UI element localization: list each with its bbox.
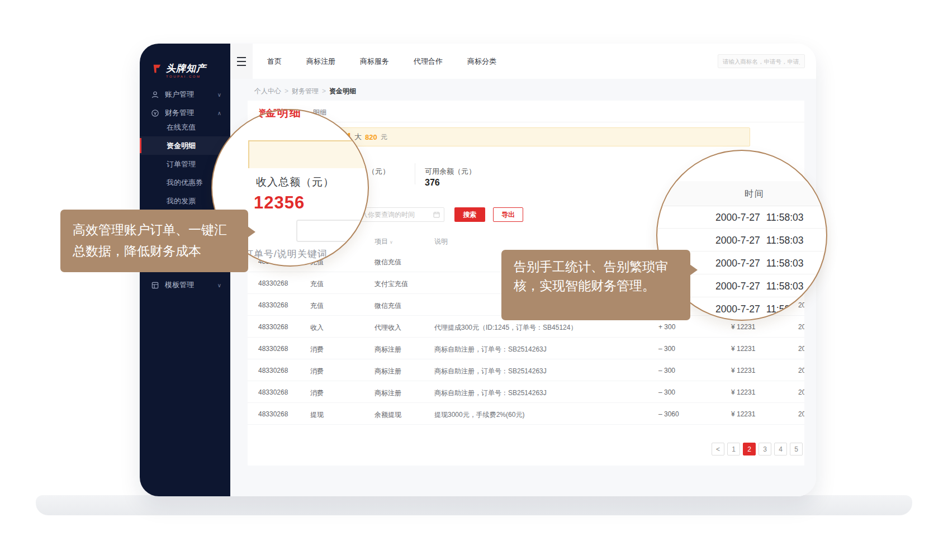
cell-type: 消费 (310, 388, 324, 398)
calendar-icon (433, 211, 440, 218)
callout-left: 高效管理账户订单、一键汇总数据，降低财务成本 (60, 210, 248, 272)
balance-value: 376 (425, 178, 440, 188)
cell-order: 48330268 (258, 323, 288, 331)
logo-title: 头牌知产 (166, 64, 206, 74)
cell-order: 48330268 (258, 410, 288, 418)
breadcrumb: 个人中心财务管理资金明细 (254, 87, 356, 96)
cell-project: 商标注册 (375, 388, 401, 398)
cell-amount: – 3060 (658, 410, 679, 418)
cell-amount: + 300 (658, 323, 675, 331)
callout-right-text: 告别手工统计、告别繁琐审核，实现智能财务管理。 (514, 259, 668, 293)
breadcrumb-item[interactable]: 财务管理 (292, 87, 326, 96)
pagination: < 12345 > (712, 443, 804, 455)
cell-amount: – 300 (658, 388, 675, 396)
logo: 头牌知产 TOUPAI.COM (152, 64, 206, 78)
cell-balance: ¥ 12231 (731, 367, 755, 374)
sidebar-item-label: 模板管理 (165, 280, 194, 290)
cell-order: 48330268 (258, 388, 288, 396)
cell-type: 充值 (310, 301, 324, 311)
page-list: 12345 (727, 443, 803, 455)
search-button[interactable]: 搜索 (454, 207, 485, 222)
banner-unit: 元 (381, 132, 387, 142)
logo-icon (152, 64, 162, 74)
top-nav: 首页商标注册商标服务代理合作商标分类 (267, 44, 496, 79)
prev-page-button[interactable]: < (712, 443, 724, 455)
cell-order: 48330268 (258, 279, 288, 287)
magnified-time-row: 2000-7-27 11:58:03 (657, 206, 826, 229)
cell-time: 2000-7-27 11:58:03 (798, 388, 804, 396)
table-row: 48330268 消费 商标注册 商标自助注册，订单号：SB2514263J –… (248, 338, 804, 359)
banner-mid: 大 (354, 132, 362, 142)
table-row: 48330268 消费 商标注册 商标自助注册，订单号：SB2514263J –… (248, 381, 804, 403)
sidebar-item-label: 财务管理 (165, 108, 194, 118)
cell-project: 微信充值 (375, 258, 401, 267)
breadcrumb-item[interactable]: 资金明细 (329, 87, 356, 96)
cell-type: 充值 (310, 279, 324, 289)
cell-type: 消费 (310, 345, 324, 354)
magnified-banner-fragment (248, 140, 369, 168)
sidebar-item-account[interactable]: 账户管理 ∨ (140, 84, 230, 105)
sidebar-subitem[interactable]: 在线充值 (140, 118, 230, 136)
cell-project: 商标注册 (375, 367, 401, 376)
cell-balance: ¥ 12231 (731, 345, 755, 353)
cell-desc: 商标自助注册，订单号：SB2514263J (434, 345, 547, 354)
cell-time: 2000-7-27 11:58:03 (798, 345, 804, 353)
page-button[interactable]: 1 (727, 443, 740, 455)
magnified-time-row: 2000-7-27 11:58:03 (657, 229, 826, 251)
nav-link[interactable]: 代理合作 (414, 56, 443, 67)
cell-desc: 代理提成300元（ID:1245，订单号：SB45124） (434, 323, 577, 333)
cell-balance: ¥ 12231 (731, 323, 755, 331)
page-button[interactable]: 4 (774, 443, 787, 455)
cell-time: 2000-7-27 11:58:03 (798, 301, 804, 309)
nav-link[interactable]: 商标分类 (467, 56, 496, 67)
menu-toggle-button[interactable] (230, 44, 253, 79)
nav-link[interactable]: 商标服务 (360, 56, 389, 67)
cell-project: 商标注册 (375, 345, 401, 354)
table-row: 48330268 提现 余额提现 提现3000元，手续费2%(60元) – 30… (248, 403, 804, 425)
user-icon (151, 91, 159, 99)
breadcrumb-item[interactable]: 个人中心 (254, 87, 288, 96)
export-button[interactable]: 导出 (493, 207, 523, 222)
col-desc: 说明 (434, 237, 448, 246)
callout-left-text: 高效管理账户订单、一键汇总数据，降低财务成本 (73, 222, 227, 258)
sidebar-subitem[interactable]: 资金明细 (140, 136, 230, 155)
hamburger-icon (237, 57, 246, 58)
page-button[interactable]: 2 (743, 443, 756, 455)
magnified-income-label: 收入总额（元） (256, 175, 334, 189)
col-project[interactable]: 项目∨ (375, 237, 393, 246)
trademark-search-input[interactable] (718, 54, 805, 68)
laptop-base (36, 495, 912, 515)
cell-desc: 提现3000元，手续费2%(60元) (434, 410, 524, 420)
cell-amount: – 300 (658, 345, 675, 353)
magnified-order-header: 订单号/说明关键词 (244, 248, 328, 260)
chevron-down-icon: ∨ (217, 92, 221, 98)
cell-project: 代理收入 (375, 323, 401, 333)
callout-right: 告别手工统计、告别繁琐审核，实现智能财务管理。 (501, 250, 690, 320)
expense-label: （元） (368, 167, 390, 177)
logo-tagline: TOUPAI.COM (166, 75, 206, 78)
cell-balance: ¥ 12231 (731, 388, 755, 396)
nav-link[interactable]: 首页 (267, 56, 282, 67)
callout-arrow (248, 226, 255, 238)
stat-divider (415, 163, 415, 184)
cell-type: 收入 (310, 323, 324, 333)
cell-order: 48330268 (258, 301, 288, 309)
sidebar-item-template[interactable]: 模板管理 ∨ (140, 275, 230, 295)
chevron-up-icon: ∧ (217, 110, 221, 116)
cell-order: 48330268 (258, 345, 288, 353)
balance-label: 可用余额（元） (425, 167, 476, 177)
cell-type: 提现 (310, 410, 324, 420)
callout-arrow (690, 264, 698, 276)
page-button[interactable]: 3 (759, 443, 771, 455)
cell-project: 微信充值 (375, 301, 401, 311)
magnified-income-value: 12356 (254, 193, 305, 213)
cell-order: 48330268 (258, 367, 288, 374)
cell-amount: – 300 (658, 367, 675, 374)
nav-link[interactable]: 商标注册 (306, 56, 335, 67)
stage: 头牌知产 TOUPAI.COM 账户管理 ∨ 财务管理 ∧ 在线充值资金明细订单… (0, 0, 948, 560)
magnified-time-header: 时间 (657, 181, 826, 206)
topbar: 首页商标注册商标服务代理合作商标分类 (230, 44, 816, 79)
cell-desc: 商标自助注册，订单号：SB2514263J (434, 367, 547, 376)
page-button[interactable]: 5 (790, 443, 803, 455)
cell-type: 消费 (310, 367, 324, 376)
